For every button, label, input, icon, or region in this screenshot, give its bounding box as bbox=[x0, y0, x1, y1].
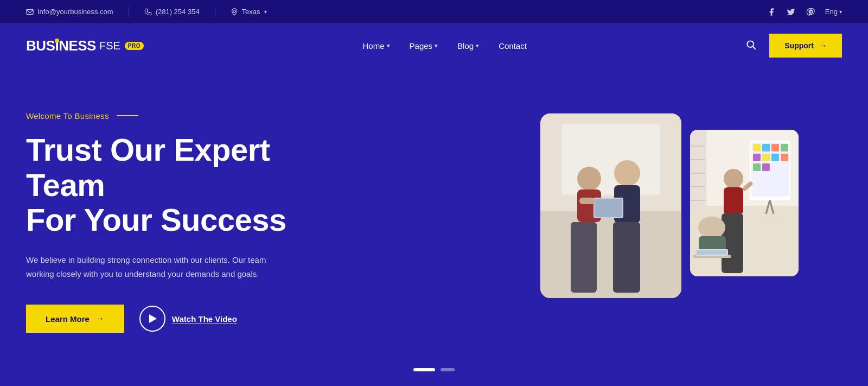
svg-point-38 bbox=[698, 217, 725, 238]
hero-secondary-image bbox=[690, 130, 799, 276]
pages-chevron: ▾ bbox=[435, 42, 438, 49]
nav-home-link[interactable]: Home ▾ bbox=[363, 41, 390, 50]
svg-rect-26 bbox=[753, 154, 761, 161]
logo-brand: BUSINESS bbox=[26, 37, 96, 54]
phone-icon bbox=[144, 8, 152, 16]
home-chevron: ▾ bbox=[387, 42, 390, 49]
location-chevron: ▾ bbox=[264, 9, 267, 15]
facebook-icon[interactable] bbox=[767, 7, 776, 17]
svg-rect-22 bbox=[753, 144, 761, 151]
welcome-text: Welcome To Business bbox=[26, 111, 109, 121]
location-icon bbox=[231, 8, 238, 16]
svg-rect-0 bbox=[27, 9, 33, 14]
learn-more-button[interactable]: Learn More → bbox=[26, 305, 124, 333]
hero-actions: Learn More → Watch The Video bbox=[26, 305, 319, 333]
svg-rect-29 bbox=[781, 154, 788, 161]
learn-more-arrow: → bbox=[96, 314, 105, 324]
slide-indicators bbox=[413, 368, 455, 371]
learn-more-label: Learn More bbox=[46, 314, 90, 324]
phone-text: (281) 254 354 bbox=[156, 8, 200, 16]
email-item: Info@yourbusiness.com bbox=[26, 8, 113, 16]
nav-pages-link[interactable]: Pages ▾ bbox=[410, 41, 438, 50]
support-label: Support bbox=[784, 41, 814, 50]
top-bar-right: Eng ▾ bbox=[767, 7, 842, 17]
nav-contact-link[interactable]: Contact bbox=[499, 41, 527, 50]
location-text[interactable]: Texas bbox=[242, 8, 260, 16]
watch-video-label: Watch The Video bbox=[172, 314, 237, 324]
phone-item: (281) 254 354 bbox=[144, 8, 200, 16]
hero-description: We believe in building strong connection… bbox=[26, 253, 286, 281]
welcome-dash bbox=[117, 115, 138, 116]
svg-point-1 bbox=[233, 10, 235, 12]
play-triangle-icon bbox=[149, 314, 157, 323]
hero-images bbox=[341, 108, 842, 336]
hero-title: Trust Our Expert Team For Your Success bbox=[26, 132, 319, 238]
divider-2 bbox=[215, 7, 215, 17]
secondary-image-svg bbox=[690, 130, 799, 276]
top-bar: Info@yourbusiness.com (281) 254 354 Texa… bbox=[0, 0, 868, 24]
svg-rect-30 bbox=[753, 163, 761, 171]
svg-line-3 bbox=[753, 46, 756, 49]
svg-rect-10 bbox=[571, 222, 597, 293]
slide-dot-1[interactable] bbox=[413, 368, 435, 371]
svg-rect-15 bbox=[595, 199, 622, 217]
nav-pages[interactable]: Pages ▾ bbox=[410, 41, 438, 50]
logo[interactable]: BUSINESS FSE PRO bbox=[26, 37, 144, 54]
hero-section: Welcome To Business Trust Our Expert Tea… bbox=[0, 67, 868, 386]
svg-rect-16 bbox=[579, 198, 595, 204]
svg-rect-42 bbox=[697, 250, 727, 255]
svg-rect-13 bbox=[613, 222, 640, 293]
nav-contact[interactable]: Contact bbox=[499, 41, 527, 50]
hero-main-image bbox=[540, 113, 681, 298]
hero-content: Welcome To Business Trust Our Expert Tea… bbox=[26, 111, 341, 333]
svg-point-11 bbox=[614, 160, 640, 186]
hero-title-line1: Trust Our Expert Team bbox=[26, 132, 270, 203]
lang-chevron: ▾ bbox=[839, 9, 842, 15]
blog-chevron: ▾ bbox=[476, 42, 479, 49]
svg-rect-25 bbox=[781, 144, 788, 151]
navbar: BUSINESS FSE PRO Home ▾ Pages ▾ Blog ▾ C bbox=[0, 24, 868, 67]
nav-home[interactable]: Home ▾ bbox=[363, 41, 390, 50]
svg-rect-35 bbox=[724, 187, 743, 214]
slide-dot-2[interactable] bbox=[441, 368, 455, 371]
svg-rect-7 bbox=[562, 124, 660, 195]
nav-right: Support → bbox=[745, 34, 842, 58]
welcome-line: Welcome To Business bbox=[26, 111, 319, 121]
play-circle-icon bbox=[139, 306, 165, 332]
svg-rect-27 bbox=[762, 154, 770, 161]
nav-links: Home ▾ Pages ▾ Blog ▾ Contact bbox=[363, 41, 527, 50]
twitter-icon[interactable] bbox=[786, 7, 796, 17]
svg-rect-24 bbox=[771, 144, 779, 151]
top-bar-left: Info@yourbusiness.com (281) 254 354 Texa… bbox=[26, 7, 267, 17]
logo-pro-badge: PRO bbox=[125, 42, 144, 50]
search-icon[interactable] bbox=[745, 39, 756, 53]
svg-rect-23 bbox=[762, 144, 770, 151]
nav-blog[interactable]: Blog ▾ bbox=[457, 41, 479, 50]
svg-rect-43 bbox=[690, 130, 706, 211]
divider-1 bbox=[129, 7, 129, 17]
svg-rect-6 bbox=[540, 211, 681, 298]
pinterest-icon[interactable] bbox=[806, 7, 815, 17]
email-text: Info@yourbusiness.com bbox=[37, 8, 113, 16]
svg-rect-28 bbox=[771, 154, 779, 161]
main-image-svg bbox=[540, 113, 681, 298]
email-icon bbox=[26, 8, 34, 16]
svg-point-34 bbox=[724, 169, 743, 188]
nav-blog-link[interactable]: Blog ▾ bbox=[457, 41, 479, 50]
language-text: Eng bbox=[825, 8, 838, 16]
watch-video-button[interactable]: Watch The Video bbox=[139, 306, 237, 332]
hero-title-line2: For Your Success bbox=[26, 202, 286, 237]
support-button[interactable]: Support → bbox=[769, 34, 842, 58]
svg-point-8 bbox=[577, 167, 601, 191]
location-item: Texas ▾ bbox=[231, 8, 267, 16]
logo-fse: FSE bbox=[99, 40, 120, 52]
language-selector[interactable]: Eng ▾ bbox=[825, 8, 842, 16]
svg-rect-31 bbox=[762, 163, 770, 171]
support-arrow: → bbox=[819, 41, 827, 50]
